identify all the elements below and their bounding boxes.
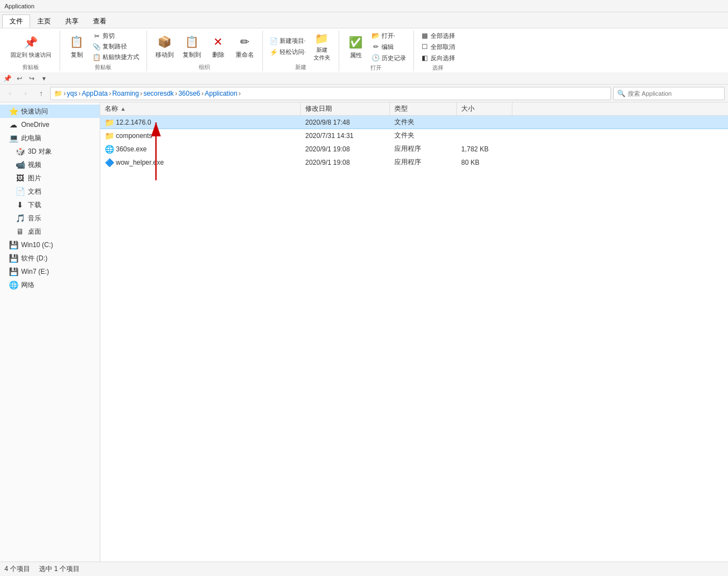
status-bar: 4 个项目 选中 1 个项目	[0, 562, 728, 576]
col-name-label: 名称	[105, 104, 118, 114]
new-folder-button[interactable]: 📁 新建 文件夹	[310, 31, 334, 62]
forward-button[interactable]: ›	[19, 87, 32, 100]
sidebar-item-onedrive[interactable]: ☁ OneDrive	[0, 118, 100, 131]
sidebar-item-this-pc[interactable]: 💻 此电脑	[0, 131, 100, 145]
sidebar-item-softd[interactable]: 💾 软件 (D:)	[0, 252, 100, 265]
sidebar-item-quick-access[interactable]: ⭐ 快速访问	[0, 105, 100, 118]
ribbon-tabs: 文件 主页 共享 查看	[0, 12, 728, 28]
sidebar-item-network[interactable]: 🌐 网络	[0, 278, 100, 292]
sidebar-item-music[interactable]: 🎵 音乐	[0, 211, 100, 225]
move-to-button[interactable]: 📦 移动到	[152, 31, 178, 62]
clipboard-small-col: ✂ 剪切 📎 复制路径 📋 粘贴快捷方式	[90, 31, 142, 62]
sidebar-label-music: 音乐	[28, 214, 41, 223]
properties-button[interactable]: ✅ 属性	[344, 31, 368, 62]
open-label: 打开·	[382, 32, 395, 40]
history-label: 历史记录	[382, 54, 406, 62]
pin-icon: 📌	[23, 35, 38, 50]
file-cell-type-2: 文件夹	[390, 129, 457, 142]
organize-group-label: 组织	[199, 62, 210, 71]
sidebar-item-downloads[interactable]: ⬇ 下载	[0, 198, 100, 211]
file-cell-date-4: 2020/9/1 19:08	[301, 156, 390, 169]
breadcrumb-360se6[interactable]: 360se6	[178, 90, 200, 97]
folder-icon-2: 📁	[105, 131, 114, 140]
sidebar-item-win7e[interactable]: 💾 Win7 (E:)	[0, 265, 100, 278]
new-item-button[interactable]: 📄 新建项目·	[267, 36, 309, 46]
history-button[interactable]: 🕒 历史记录	[369, 53, 409, 63]
cut-button[interactable]: ✂ 剪切	[90, 31, 142, 41]
col-header-type[interactable]: 类型	[390, 102, 457, 115]
select-group-label: 选择	[432, 63, 443, 72]
col-header-date[interactable]: 修改日期	[301, 102, 390, 115]
col-header-size[interactable]: 大小	[457, 102, 512, 115]
item-count: 4 个项目	[4, 564, 30, 574]
open-group-label: 打开	[370, 63, 382, 72]
open-buttons: ✅ 属性 📂 打开· ✏ 编辑 🕒 历史记录	[344, 31, 409, 63]
easy-access-button[interactable]: ⚡ 轻松访问·	[267, 47, 309, 57]
new-item-label: 新建项目·	[280, 37, 306, 45]
file-name-4: wow_helper.exe	[116, 159, 164, 166]
file-type-2: 文件夹	[394, 131, 414, 140]
select-all-button[interactable]: ▦ 全部选择	[418, 31, 458, 41]
sidebar-label-3d: 3D 对象	[28, 147, 52, 156]
breadcrumb-yqs[interactable]: yqs	[67, 90, 77, 97]
paste-shortcut-button[interactable]: 📋 粘贴快捷方式	[90, 52, 142, 62]
nav-bar: ‹ › ↑ 📁 › yqs › AppData › Roaming › seco…	[0, 85, 728, 102]
file-cell-date-3: 2020/9/1 19:08	[301, 142, 390, 155]
table-row[interactable]: 🌐 360se.exe 2020/9/1 19:08 应用程序 1,782 KB	[100, 142, 728, 156]
sidebar-item-documents[interactable]: 📄 文档	[0, 185, 100, 198]
tab-home[interactable]: 主页	[30, 14, 58, 28]
sidebar-item-win10c[interactable]: 💾 Win10 (C:)	[0, 238, 100, 252]
delete-button[interactable]: ✕ 删除	[206, 31, 231, 62]
file-date-2: 2020/7/31 14:31	[305, 132, 354, 140]
sidebar-item-video[interactable]: 📹 视频	[0, 158, 100, 171]
breadcrumb-secoresdk[interactable]: secoresdk	[143, 90, 174, 97]
delete-icon: ✕	[211, 34, 226, 50]
documents-icon: 📄	[16, 187, 25, 196]
paste-label: 复制	[71, 51, 83, 59]
qa-redo-btn[interactable]: ↪	[27, 73, 37, 83]
tab-share[interactable]: 共享	[58, 14, 86, 28]
file-cell-name-3: 🌐 360se.exe	[100, 142, 301, 155]
search-input[interactable]	[628, 90, 721, 97]
table-row[interactable]: 📁 12.2.1476.0 2020/9/8 17:48 文件夹	[100, 116, 728, 129]
table-row[interactable]: 📁 components 2020/7/31 14:31 文件夹	[100, 129, 728, 142]
table-row[interactable]: 🔷 wow_helper.exe 2020/9/1 19:08 应用程序 80 …	[100, 156, 728, 169]
tab-file[interactable]: 文件	[2, 14, 30, 28]
sidebar: ⭐ 快速访问 ☁ OneDrive 💻 此电脑 🎲 3D 对象 📹 视频 🖼 图…	[0, 102, 100, 562]
open-button[interactable]: 📂 打开·	[369, 31, 409, 41]
copy-path-button[interactable]: 📎 复制路径	[90, 42, 142, 52]
breadcrumb-application[interactable]: Application	[205, 90, 238, 97]
breadcrumb-appdata[interactable]: AppData	[82, 90, 108, 97]
sidebar-label-softd: 软件 (D:)	[21, 254, 47, 263]
file-date-4: 2020/9/1 19:08	[305, 159, 350, 166]
tab-view[interactable]: 查看	[86, 14, 114, 28]
qa-dropdown-btn[interactable]: ▾	[39, 73, 49, 83]
rename-button[interactable]: ✏ 重命名	[232, 31, 258, 62]
sidebar-label-desktop: 桌面	[28, 227, 41, 237]
file-name-2: components	[116, 132, 152, 140]
up-button[interactable]: ↑	[35, 87, 48, 100]
folder-icon-1: 📁	[105, 118, 114, 127]
breadcrumb-root-icon: 📁	[54, 90, 62, 97]
images-icon: 🖼	[16, 174, 25, 183]
breadcrumb-bar[interactable]: 📁 › yqs › AppData › Roaming › secoresdk …	[50, 87, 611, 100]
qa-pin-btn[interactable]: 📌	[2, 73, 12, 83]
cut-icon: ✂	[93, 32, 101, 40]
qa-undo-btn[interactable]: ↩	[14, 73, 25, 83]
title-text: Application	[4, 3, 35, 9]
win10c-icon: 💾	[9, 240, 18, 249]
pin-to-quick-access-button[interactable]: 📌 固定到 快速访问	[7, 31, 55, 62]
deselect-button[interactable]: ☐ 全部取消	[418, 42, 458, 52]
sidebar-item-3d[interactable]: 🎲 3D 对象	[0, 145, 100, 158]
file-cell-type-3: 应用程序	[390, 142, 457, 155]
breadcrumb-roaming[interactable]: Roaming	[112, 90, 139, 97]
sidebar-item-desktop[interactable]: 🖥 桌面	[0, 225, 100, 238]
edit-button[interactable]: ✏ 编辑	[369, 42, 409, 52]
sidebar-item-images[interactable]: 🖼 图片	[0, 171, 100, 185]
col-header-name[interactable]: 名称 ▲	[100, 102, 301, 115]
copy-to-button[interactable]: 📋 复制到	[179, 31, 205, 62]
invert-select-button[interactable]: ◧ 反向选择	[418, 53, 458, 63]
ribbon-group-clipboard: 📋 复制 ✂ 剪切 📎 复制路径 📋 粘贴快捷方式 剪贴板	[60, 31, 147, 71]
back-button[interactable]: ‹	[3, 87, 17, 100]
paste-button[interactable]: 📋 复制	[65, 31, 89, 62]
